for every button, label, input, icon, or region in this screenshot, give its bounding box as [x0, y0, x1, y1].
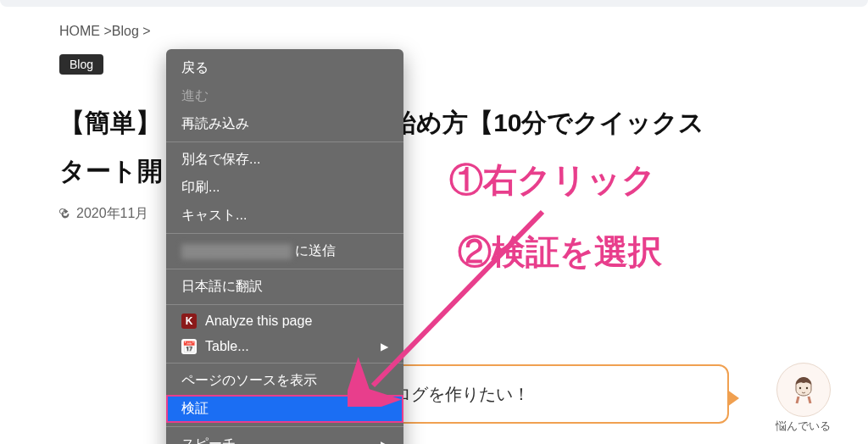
cm-separator [166, 304, 403, 305]
annotation-step-1: ①右クリック [449, 157, 656, 203]
cm-separator [166, 233, 403, 234]
breadcrumb-blog[interactable]: Blog [112, 24, 139, 38]
breadcrumb-separator: > [103, 24, 111, 38]
cm-table[interactable]: 📅Table... ▶ [166, 334, 403, 359]
breadcrumb: HOME >Blog > [59, 24, 817, 39]
cm-save-as[interactable]: 別名で保存... [166, 146, 403, 174]
post-date: 2020年11月 [76, 205, 148, 223]
cm-cast[interactable]: キャスト... [166, 202, 403, 230]
avatar-icon [776, 363, 831, 417]
context-menu: 戻る 進む 再読み込み 別名で保存... 印刷... キャスト... XXXXX… [166, 49, 403, 444]
breadcrumb-home[interactable]: HOME [59, 24, 100, 38]
title-line2: タート開 [59, 157, 163, 185]
svg-point-4 [801, 378, 806, 383]
category-tag[interactable]: Blog [59, 54, 103, 75]
refresh-icon [59, 208, 71, 220]
table-icon: 📅 [181, 339, 197, 354]
title-prefix: 【簡単】 [59, 108, 161, 136]
chevron-right-icon: ▶ [381, 341, 388, 352]
cm-inspect[interactable]: 検証 [166, 395, 403, 423]
k-icon: K [181, 314, 197, 329]
svg-point-2 [798, 387, 800, 389]
cm-back[interactable]: 戻る [166, 54, 403, 82]
cm-separator [166, 142, 403, 142]
cm-separator [166, 426, 403, 427]
cm-send-to[interactable]: XXXXX XXXXXX に送信 [166, 237, 403, 265]
title-mid: の始め方【10分でクイックス [364, 108, 704, 136]
cm-view-source[interactable]: ページのソースを表示 [166, 367, 403, 395]
blurred-device-name: XXXXX XXXXXX [181, 244, 292, 259]
cm-forward: 進む [166, 82, 403, 110]
window-frame-top [0, 0, 868, 7]
annotation-step-2: ②検証を選択 [458, 229, 662, 275]
avatar-block: 悩んでいる [776, 363, 831, 434]
cm-analyze[interactable]: KAnalyze this page [166, 308, 403, 334]
breadcrumb-separator: > [142, 24, 150, 38]
cm-separator [166, 269, 403, 269]
chevron-right-icon: ▶ [381, 439, 388, 445]
page-content: HOME >Blog > Blog 【簡単】XXXXXXXXXXXXの始め方【1… [0, 7, 868, 223]
avatar-label: 悩んでいる [776, 419, 831, 434]
cm-separator [166, 363, 403, 364]
cm-speech[interactable]: スピーチ ▶ [166, 430, 403, 444]
cm-print[interactable]: 印刷... [166, 174, 403, 202]
cm-reload[interactable]: 再読み込み [166, 110, 403, 138]
cm-translate[interactable]: 日本語に翻訳 [166, 273, 403, 301]
svg-point-3 [805, 387, 807, 389]
